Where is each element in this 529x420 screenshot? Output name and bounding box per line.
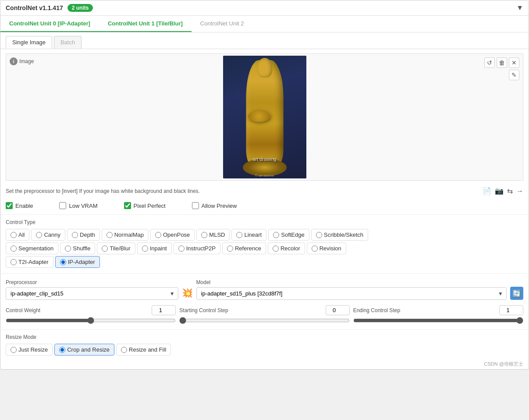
radio-inpaint[interactable]: Inpaint (137, 242, 172, 254)
units-badge: 2 units (67, 4, 93, 12)
info-icon: i (10, 57, 18, 65)
model-group: Model ip-adapter_sd15_plus [32cd8f7f] ▼ (196, 279, 507, 300)
refresh-image-btn[interactable]: ↺ (484, 57, 495, 68)
image-label-container: i Image (10, 57, 34, 65)
pixel-perfect-checkbox[interactable]: Pixel Perfect (124, 202, 166, 209)
radio-tileblur[interactable]: Tile/Blur (97, 242, 135, 254)
subtab-single-image[interactable]: Single Image (6, 36, 52, 49)
forward-icon[interactable]: → (516, 187, 523, 195)
allow-preview-checkbox[interactable]: Allow Preview (192, 202, 237, 209)
radio-openpose[interactable]: OpenPose (150, 229, 195, 241)
control-type-grid: All Canny Depth NormalMap OpenPose MLSD … (0, 227, 529, 271)
resize-fill[interactable]: Resize and Fill (116, 344, 171, 356)
close-image-btn[interactable]: ✕ (509, 57, 519, 68)
image-overlay-text: art drawing (252, 157, 276, 162)
radio-ipadapter[interactable]: IP-Adapter (55, 256, 100, 268)
image-watermark: © art source (255, 174, 274, 178)
radio-reference[interactable]: Reference (222, 242, 266, 254)
starting-control-step-col: Starting Control Step (179, 305, 349, 324)
control-type-row3: T2I-Adapter IP-Adapter (6, 256, 523, 268)
control-weight-slider[interactable] (6, 317, 176, 324)
tab-unit1[interactable]: ControlNet Unit 1 [Tile/Blur] (99, 16, 192, 32)
radio-t2i[interactable]: T2I-Adapter (6, 256, 53, 268)
radio-mlsd[interactable]: MLSD (196, 229, 230, 241)
preprocessor-model-row: Preprocessor ip-adapter_clip_sd15 ▼ 💥 Mo… (0, 275, 529, 303)
radio-normalmap[interactable]: NormalMap (102, 229, 149, 241)
tab-unit0[interactable]: ControlNet Unit 0 [IP-Adapter] (0, 16, 99, 32)
app-title: ControlNet v1.1.417 (6, 4, 63, 11)
preprocessor-group: Preprocessor ip-adapter_clip_sd15 ▼ (6, 279, 178, 300)
preprocessor-select[interactable]: ip-adapter_clip_sd15 (6, 287, 178, 300)
model-select[interactable]: ip-adapter_sd15_plus [32cd8f7f] (196, 287, 507, 300)
fire-icon[interactable]: 💥 (182, 288, 193, 298)
image-upload-area[interactable]: i Image art drawing © art source (6, 53, 523, 181)
ending-step-label: Ending Control Step (353, 307, 496, 313)
preprocessor-label: Preprocessor (6, 279, 178, 285)
uploaded-image: art drawing © art source (223, 56, 306, 178)
radio-lineart[interactable]: Lineart (231, 229, 266, 241)
hint-text: Set the preprocessor to [invert] If your… (6, 188, 200, 194)
low-vram-checkbox[interactable]: Low VRAM (59, 202, 97, 209)
model-label: Model (196, 279, 507, 285)
image-label-text: Image (19, 58, 34, 64)
control-weight-label: Control Weight (6, 307, 148, 313)
control-type-label: Control Type (0, 217, 529, 227)
enable-checkbox[interactable]: Enable (6, 202, 33, 209)
radio-canny[interactable]: Canny (31, 229, 65, 241)
edit-image-btn[interactable]: ✎ (509, 70, 519, 80)
control-type-row1: All Canny Depth NormalMap OpenPose MLSD … (6, 229, 523, 241)
sliders-section: Control Weight Starting Control Step End… (0, 303, 529, 327)
ending-step-slider[interactable] (353, 317, 523, 324)
radio-scribble[interactable]: Scribble/Sketch (311, 229, 368, 241)
radio-revision[interactable]: Revision (307, 242, 346, 254)
starting-step-label: Starting Control Step (179, 307, 322, 313)
radio-depth[interactable]: Depth (67, 229, 100, 241)
ending-step-input[interactable] (499, 305, 523, 315)
radio-recolor[interactable]: Recolor (268, 242, 305, 254)
resize-crop[interactable]: Crop and Resize (54, 344, 114, 356)
control-weight-input[interactable] (152, 305, 176, 315)
radio-shuffle[interactable]: Shuffle (60, 242, 95, 254)
resize-mode-row: Just Resize Crop and Resize Resize and F… (0, 342, 529, 359)
radio-softedge[interactable]: SoftEdge (268, 229, 309, 241)
starting-step-slider[interactable] (179, 317, 349, 324)
fire-btn-wrapper: 💥 (182, 280, 193, 300)
resize-just[interactable]: Just Resize (6, 344, 53, 356)
doc-icon[interactable]: 📄 (483, 187, 491, 195)
clear-image-btn[interactable]: 🗑 (497, 57, 507, 68)
radio-segmentation[interactable]: Segmentation (6, 242, 58, 254)
tab-unit2[interactable]: ControlNet Unit 2 (192, 16, 253, 32)
swap-icon[interactable]: ⇆ (507, 187, 513, 195)
footer-watermark: CSDN @培根艺士 (0, 359, 529, 369)
model-refresh-btn[interactable]: 🔄 (510, 287, 523, 300)
resize-mode-label: Resize Mode (0, 331, 529, 342)
camera-icon[interactable]: 📷 (495, 187, 504, 195)
subtab-batch[interactable]: Batch (54, 36, 82, 49)
radio-instructp2p[interactable]: InstructP2P (174, 242, 220, 254)
control-weight-col: Control Weight (6, 305, 176, 324)
control-type-row2: Segmentation Shuffle Tile/Blur Inpaint I… (6, 242, 523, 254)
radio-all[interactable]: All (6, 229, 29, 241)
collapse-icon[interactable]: ▼ (516, 4, 523, 12)
ending-control-step-col: Ending Control Step (353, 305, 523, 324)
image-controls: ↺ 🗑 ✕ ✎ (484, 57, 519, 80)
starting-step-input[interactable] (326, 305, 350, 315)
